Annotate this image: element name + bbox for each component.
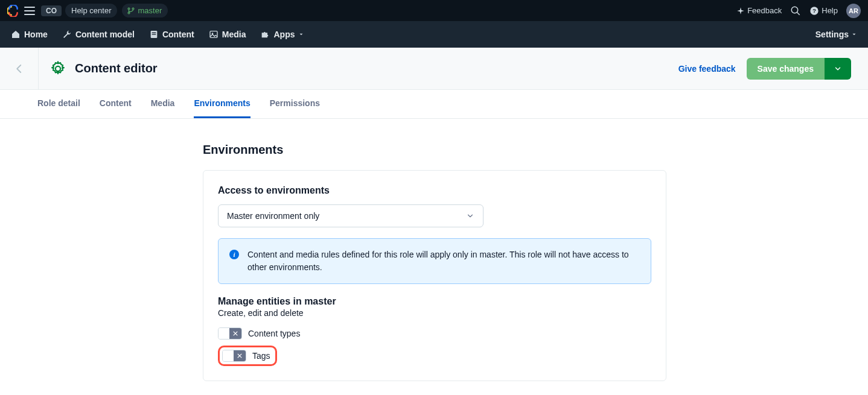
x-icon bbox=[237, 353, 243, 359]
nav-label: Media bbox=[222, 30, 246, 39]
help-label: Help bbox=[822, 6, 838, 15]
search-icon[interactable] bbox=[790, 5, 801, 16]
manage-label: Manage entities in master bbox=[218, 296, 651, 307]
home-icon bbox=[11, 30, 21, 39]
branch-icon bbox=[127, 7, 135, 15]
tabs: Role detail Content Media Environments P… bbox=[0, 90, 868, 119]
tab-permissions[interactable]: Permissions bbox=[270, 90, 320, 118]
svg-point-12 bbox=[56, 66, 60, 71]
caret-down-icon bbox=[851, 31, 857, 37]
svg-point-1 bbox=[133, 8, 135, 10]
caret-down-icon bbox=[298, 31, 304, 37]
page-title: Content editor bbox=[75, 62, 158, 75]
chevron-left-icon bbox=[14, 63, 25, 74]
image-icon bbox=[209, 30, 219, 39]
branch-name: master bbox=[138, 6, 162, 15]
nav-label: Content model bbox=[75, 30, 135, 39]
environments-panel: Access to environments Master environmen… bbox=[203, 170, 666, 381]
gear-icon bbox=[49, 60, 66, 77]
save-dropdown-button[interactable] bbox=[825, 58, 851, 80]
save-button-group: Save changes bbox=[747, 58, 851, 80]
tab-media[interactable]: Media bbox=[151, 90, 175, 118]
tab-role-detail[interactable]: Role detail bbox=[37, 90, 80, 118]
nav-label: Content bbox=[162, 30, 194, 39]
feedback-label: Feedback bbox=[747, 6, 782, 15]
highlight-tags-row: Tags bbox=[218, 346, 277, 366]
nav-label: Apps bbox=[273, 30, 295, 39]
nav-media[interactable]: Media bbox=[209, 30, 246, 39]
settings-label: Settings bbox=[815, 30, 849, 39]
nav-label: Home bbox=[24, 30, 48, 39]
manage-desc: Create, edit and delete bbox=[218, 308, 651, 318]
logo-icon bbox=[7, 5, 19, 17]
svg-point-0 bbox=[129, 8, 130, 10]
info-box: i Content and media rules defined for th… bbox=[218, 238, 651, 284]
feedback-link[interactable]: Feedback bbox=[736, 6, 782, 15]
help-link[interactable]: ? Help bbox=[809, 6, 838, 16]
environment-select[interactable]: Master environment only bbox=[218, 204, 483, 227]
avatar[interactable]: AR bbox=[846, 4, 861, 18]
content-types-toggle[interactable] bbox=[218, 327, 242, 340]
svg-point-3 bbox=[792, 7, 799, 13]
tags-toggle[interactable] bbox=[222, 350, 246, 362]
svg-line-4 bbox=[797, 12, 800, 15]
give-feedback-link[interactable]: Give feedback bbox=[678, 64, 736, 74]
menu-icon[interactable] bbox=[24, 7, 35, 15]
document-icon bbox=[149, 30, 159, 39]
content-area: Environments Access to environments Mast… bbox=[203, 143, 666, 381]
tab-content[interactable]: Content bbox=[100, 90, 132, 118]
svg-text:?: ? bbox=[812, 8, 816, 14]
chevron-down-icon bbox=[466, 212, 474, 220]
branch-badge[interactable]: master bbox=[122, 4, 168, 17]
wrench-icon bbox=[62, 30, 72, 39]
tab-environments[interactable]: Environments bbox=[194, 90, 250, 118]
nav-content[interactable]: Content bbox=[149, 30, 194, 39]
sparkle-icon bbox=[736, 7, 745, 15]
section-title: Environments bbox=[203, 143, 666, 157]
top-bar: CO Help center master Feedback ? Help AR bbox=[0, 0, 868, 21]
select-value: Master environment only bbox=[227, 211, 319, 221]
nav-apps[interactable]: Apps bbox=[260, 30, 304, 39]
info-text: Content and media rules defined for this… bbox=[247, 248, 640, 274]
access-label: Access to environments bbox=[218, 185, 651, 196]
chevron-down-icon bbox=[834, 65, 842, 73]
space-badge: CO bbox=[41, 5, 62, 16]
space-name[interactable]: Help center bbox=[65, 4, 117, 17]
info-icon: i bbox=[229, 250, 239, 259]
puzzle-icon bbox=[260, 30, 270, 39]
save-button[interactable]: Save changes bbox=[747, 58, 825, 80]
help-icon: ? bbox=[809, 6, 819, 16]
x-icon bbox=[232, 330, 238, 337]
svg-rect-9 bbox=[152, 34, 156, 34]
nav-bar: Home Content model Content Media Apps Se… bbox=[0, 21, 868, 48]
svg-rect-8 bbox=[152, 33, 156, 33]
nav-home[interactable]: Home bbox=[11, 30, 48, 39]
svg-point-2 bbox=[129, 12, 130, 14]
svg-rect-10 bbox=[210, 31, 217, 38]
toggle-label: Content types bbox=[248, 329, 300, 338]
toggle-row-content-types: Content types bbox=[218, 327, 651, 340]
nav-content-model[interactable]: Content model bbox=[62, 30, 135, 39]
back-button[interactable] bbox=[0, 48, 39, 89]
nav-settings[interactable]: Settings bbox=[815, 30, 857, 39]
toggle-label: Tags bbox=[252, 351, 270, 361]
sub-header: Content editor Give feedback Save change… bbox=[0, 48, 868, 90]
